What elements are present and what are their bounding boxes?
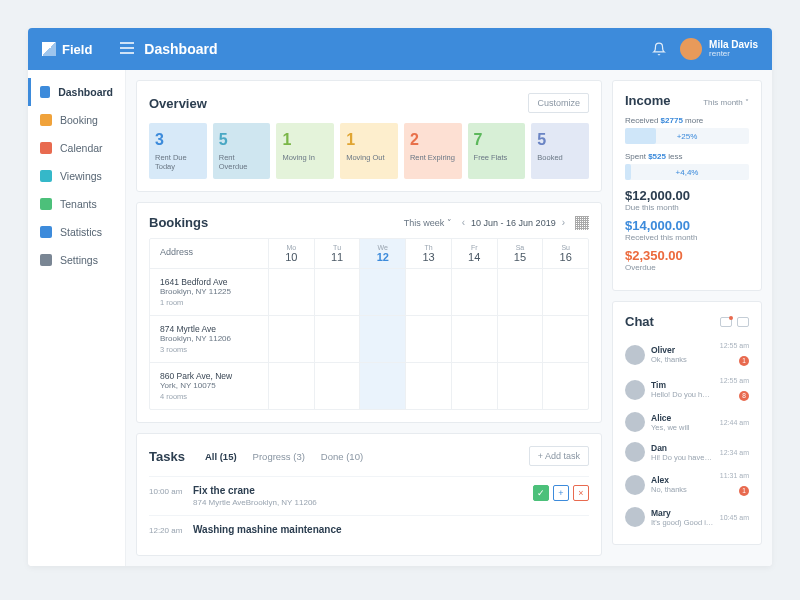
menu-icon[interactable] [120,40,134,58]
chat-item[interactable]: AliceYes, we will12:44 am [625,407,749,437]
user-menu[interactable]: Mila Davis renter [680,38,758,60]
close-icon[interactable]: × [573,485,589,501]
customize-button[interactable]: Customize [528,93,589,113]
task-row: 10:00 amFix the crane874 Myrtle AveBrook… [149,476,589,515]
cal-cell[interactable] [542,363,588,409]
plus-icon[interactable]: + [553,485,569,501]
avatar [625,475,645,495]
nav-calendar[interactable]: Calendar [28,134,125,162]
avatar [680,38,702,60]
cal-cell[interactable] [497,316,543,362]
chat-item[interactable]: OliverOk, thanks12:55 am1 [625,337,749,372]
day-header[interactable]: Tu11 [314,239,360,268]
gear-icon [40,254,52,266]
task-tab[interactable]: Done (10) [321,451,363,462]
task-tab[interactable]: Progress (3) [253,451,305,462]
app-window: Field Dashboard Mila Davis renter Dashbo… [28,28,772,566]
day-header[interactable]: Mo10 [268,239,314,268]
day-header[interactable]: Fr14 [451,239,497,268]
day-header[interactable]: Su16 [542,239,588,268]
income-figure: $2,350.00Overdue [625,248,749,272]
nav-viewings[interactable]: Viewings [28,162,125,190]
cal-cell[interactable] [542,316,588,362]
chat-item[interactable]: DanHi! Do you have an…12:34 am [625,437,749,467]
day-header[interactable]: Sa15 [497,239,543,268]
cal-cell[interactable] [451,316,497,362]
grid-icon [40,86,50,98]
income-figure: $12,000.00Due this month [625,188,749,212]
nav-settings[interactable]: Settings [28,246,125,274]
cal-cell[interactable] [497,363,543,409]
sidebar: DashboardBookingCalendarViewingsTenantsS… [28,70,126,566]
booking-address[interactable]: 874 Myrtle AveBrooklyn, NY 112063 rooms [150,316,268,362]
chat-item[interactable]: TimHello! Do you have…12:55 am8 [625,372,749,407]
tasks-panel: Tasks All (15)Progress (3)Done (10)+ Add… [136,433,602,556]
income-figure: $14,000.00Received this month [625,218,749,242]
chat-item[interactable]: AlexNo, thanks11:31 am1 [625,467,749,502]
week-selector[interactable]: This week ˅ [404,218,452,228]
chat-item[interactable]: MaryIt's good) Good ideas…10:45 am [625,502,749,532]
overview-title: Overview [149,96,207,111]
cal-cell[interactable] [405,363,451,409]
cal-cell[interactable] [314,363,360,409]
next-arrow-icon[interactable]: › [562,217,565,228]
stat-card[interactable]: 3Rent Due Today [149,123,207,179]
avatar [625,380,645,400]
bookings-title: Bookings [149,215,208,230]
check-icon[interactable]: ✓ [533,485,549,501]
cal-cell[interactable] [359,363,405,409]
day-header[interactable]: Th13 [405,239,451,268]
calendar-icon[interactable] [737,317,749,327]
period-selector[interactable]: This month ˅ [703,98,749,107]
page-title: Dashboard [144,41,217,57]
brand-text: Field [62,42,92,57]
stat-card[interactable]: 2Rent Expiring [404,123,462,179]
cal-cell[interactable] [497,269,543,315]
cal-cell[interactable] [268,269,314,315]
stat-card[interactable]: 7Free Flats [468,123,526,179]
avatar [625,345,645,365]
unread-badge: 8 [739,391,749,401]
cal-cell[interactable] [268,316,314,362]
tasks-title: Tasks [149,449,185,464]
cal-cell[interactable] [314,269,360,315]
nav-dashboard[interactable]: Dashboard [28,78,125,106]
home-icon [40,114,52,126]
cal-cell[interactable] [542,269,588,315]
cal-cell[interactable] [268,363,314,409]
booking-address[interactable]: 1641 Bedford AveBrooklyn, NY 112251 room [150,269,268,315]
users-icon [40,198,52,210]
add-task-button[interactable]: + Add task [529,446,589,466]
received-bar: +25% [625,128,749,144]
cal-cell[interactable] [314,316,360,362]
stat-card[interactable]: 1Moving Out [340,123,398,179]
stat-card[interactable]: 1Moving In [276,123,334,179]
cal-cell[interactable] [359,316,405,362]
cal-cell[interactable] [451,363,497,409]
user-role: renter [709,50,758,59]
grid-icon[interactable] [575,216,589,230]
cal-cell[interactable] [405,316,451,362]
day-header[interactable]: We12 [359,239,405,268]
logo[interactable]: Field [42,42,92,57]
cal-cell[interactable] [451,269,497,315]
stat-card[interactable]: 5Booked [531,123,589,179]
cal-cell[interactable] [405,269,451,315]
bell-icon[interactable] [652,42,666,56]
spent-line: Spent $525 less [625,152,749,161]
cal-cell[interactable] [359,269,405,315]
nav-tenants[interactable]: Tenants [28,190,125,218]
avatar [625,412,645,432]
prev-arrow-icon[interactable]: ‹ [462,217,465,228]
overview-panel: Overview Customize 3Rent Due Today5Rent … [136,80,602,192]
booking-address[interactable]: 860 Park Ave, NewYork, NY 100754 rooms [150,363,268,409]
task-tab[interactable]: All (15) [205,451,237,462]
nav-statistics[interactable]: Statistics [28,218,125,246]
chat-title: Chat [625,314,654,329]
stat-card[interactable]: 5Rent Overdue [213,123,271,179]
mail-icon[interactable] [720,317,732,327]
nav-booking[interactable]: Booking [28,106,125,134]
eye-icon [40,170,52,182]
booking-row: 860 Park Ave, NewYork, NY 100754 rooms [150,363,588,409]
spent-bar: +4,4% [625,164,749,180]
